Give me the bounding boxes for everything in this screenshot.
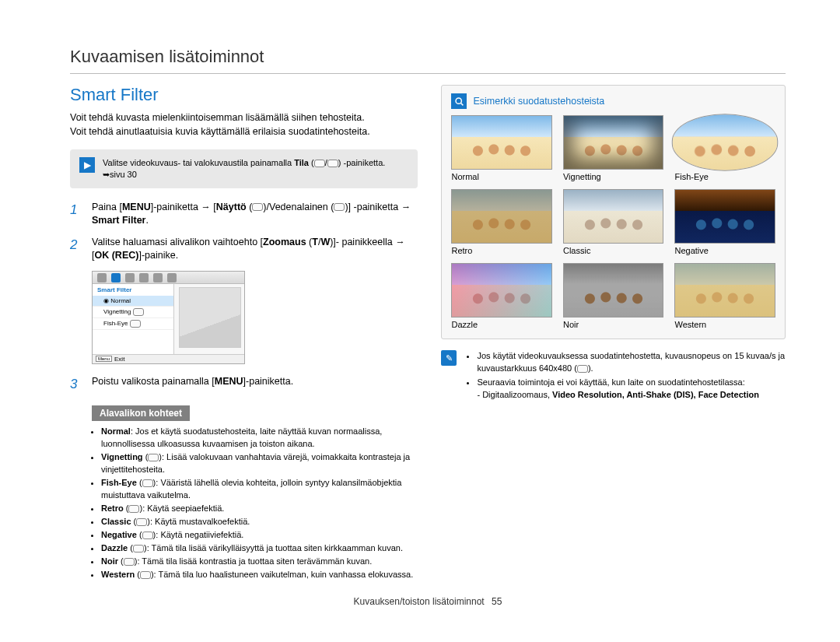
page-number: 55 <box>492 596 502 607</box>
t: Paina [ <box>92 202 122 212</box>
thumb-label: Dazzle <box>451 320 552 329</box>
intro-line-1: Voit tehdä kuvasta mielenkiintoisemman l… <box>70 112 365 123</box>
item-icon <box>130 320 141 328</box>
note-1-text: Jos käytät videokuvauksessa suodatinteho… <box>477 351 785 373</box>
tip-icon: ▶ <box>79 157 95 173</box>
tip-tila-bold: Tila <box>294 158 309 167</box>
bullet-name: Classic <box>101 517 131 526</box>
t: )] <box>345 202 351 212</box>
ss-menu-button: Menu <box>96 356 112 362</box>
w-bold: W <box>320 237 330 247</box>
thumb-label: Vignetting <box>563 172 664 181</box>
note-item-1: Jos käytät videokuvauksessa suodatinteho… <box>477 350 786 375</box>
bullet-desc: : Käytä mustavalkoefektiä. <box>150 517 250 526</box>
thumb-label: Negative <box>674 246 775 255</box>
thumb-vignetting <box>563 115 664 170</box>
t: Poistu valikosta painamalla [ <box>92 376 215 387</box>
step-num-2: 2 <box>70 236 81 263</box>
thumb-label: Western <box>674 320 775 329</box>
subsection-list: Normal: Jos et käytä suodatustehosteita,… <box>92 426 418 581</box>
note-list: Jos käytät videokuvauksessa suodatinteho… <box>467 350 786 403</box>
bullet-name: Retro <box>101 503 124 513</box>
svg-point-0 <box>456 98 461 103</box>
bullet-name: Fish-Eye <box>101 478 137 487</box>
section-title: Smart Filter <box>70 85 418 105</box>
bullet-item: Negative (): Käytä negatiiviefektiä. <box>101 529 418 542</box>
thumb-normal <box>451 115 552 170</box>
tab-icon <box>167 273 177 282</box>
horizontal-rule <box>70 73 786 74</box>
thumb-dazzle <box>451 263 552 317</box>
thumb-classic <box>563 189 664 244</box>
step-2-text: Valitse haluamasi alivalikon vaihtoehto … <box>92 236 418 263</box>
thumb-fish-eye <box>672 114 778 171</box>
ss-item-label: Vignetting <box>103 308 131 315</box>
display-bold: Näyttö <box>216 202 247 212</box>
ss-item-label: Normal <box>110 297 131 304</box>
thumb-western <box>674 263 775 317</box>
tab-icon <box>153 273 163 282</box>
intro-line-2: Voit tehdä ainutlaatuisia kuvia käyttämä… <box>70 126 370 137</box>
step-3: 3 Poistu valikosta painamalla [MENU]-pai… <box>70 375 418 394</box>
thumb-negative <box>674 189 775 244</box>
tab-icon <box>125 273 135 282</box>
thumb-cell: Classic <box>563 189 664 255</box>
tip-text: Valitse videokuvaus- tai valokuvaustila … <box>103 157 408 181</box>
subsection-header: Alavalikon kohteet <box>92 405 190 421</box>
bullet-desc: : Käytä seepiaefektiä. <box>142 503 224 513</box>
thumb-cell: Noir <box>563 263 664 329</box>
step-1-text: Paina [MENU]-painiketta → [Näyttö ()/Ved… <box>92 201 418 228</box>
underwater-icon <box>334 203 345 211</box>
ss-sidebar: Smart Filter ◉ Normal Vignetting Fish-Ey… <box>93 284 174 354</box>
bullet-desc: : Jos et käytä suodatustehosteita, laite… <box>101 426 382 448</box>
t: Valitse haluamasi alivalikon vaihtoehto … <box>92 237 263 247</box>
t-bold: T <box>312 237 318 247</box>
bullet-name: Normal <box>101 426 131 436</box>
thumb-label: Fish-Eye <box>674 172 775 181</box>
effect-icon <box>128 505 139 513</box>
t: . <box>145 215 148 226</box>
bullet-desc: : Tämä tila luo haalistuneen vaikutelman… <box>154 570 414 579</box>
zoom-bold: Zoomaus <box>263 237 306 247</box>
thumb-label: Retro <box>451 246 552 255</box>
tip-before: Valitse videokuvaus- tai valokuvaustila … <box>103 158 292 167</box>
left-column: Smart Filter Voit tehdä kuvasta mielenki… <box>70 85 418 582</box>
thumb-cell: Retro <box>451 189 552 255</box>
bullet-name: Dazzle <box>101 543 128 553</box>
thumb-cell: Normal <box>451 115 552 181</box>
bullet-desc: : Tämä tila lisää värikylläisyyttä ja tu… <box>147 543 403 553</box>
bullet-name: Negative <box>101 530 137 539</box>
right-column: Esimerkki suodatustehosteista NormalVign… <box>441 85 786 582</box>
effect-icon <box>142 479 153 487</box>
bullet-desc: : Käytä negatiiviefektiä. <box>156 530 243 539</box>
bullet-name: Western <box>101 570 135 579</box>
photo-mode-icon <box>327 160 338 167</box>
page-title: Kuvaamisen lisätoiminnot <box>70 47 786 67</box>
step-1: 1 Paina [MENU]-painiketta → [Näyttö ()/V… <box>70 201 418 228</box>
svg-line-1 <box>460 103 463 105</box>
okrec-bold: OK (REC) <box>94 250 138 261</box>
ss-list-header: Smart Filter <box>93 284 173 296</box>
step-num-1: 1 <box>70 201 81 228</box>
effect-icon <box>124 558 135 566</box>
thumb-noir <box>563 263 664 317</box>
display-icon <box>252 203 263 211</box>
thumb-retro <box>451 189 552 244</box>
effect-icon <box>148 454 159 461</box>
item-icon <box>133 308 144 316</box>
ss-exit-label: Exit <box>114 356 124 363</box>
footer-text: Kuvauksen/toiston lisätoiminnot <box>354 596 485 607</box>
thumb-cell: Vignetting <box>563 115 664 181</box>
smartfilter-bold: Smart Filter <box>92 215 145 226</box>
note-box: ✎ Jos käytät videokuvauksessa suodatinte… <box>441 350 786 403</box>
bullet-item: Dazzle (): Tämä tila lisää värikylläisyy… <box>101 542 418 555</box>
effect-icon <box>136 518 147 526</box>
page-footer: Kuvauksen/toiston lisätoiminnot 55 <box>70 596 786 607</box>
thumb-label: Normal <box>451 172 552 181</box>
example-header-label: Esimerkki suodatustehosteista <box>473 96 604 107</box>
ss-tabbar <box>93 272 244 284</box>
t: ( <box>247 202 253 212</box>
t: -painiketta → <box>354 202 411 212</box>
ss-item-label: Fish-Eye <box>103 320 128 327</box>
ss-list-item-selected: ◉ Normal <box>93 296 173 307</box>
